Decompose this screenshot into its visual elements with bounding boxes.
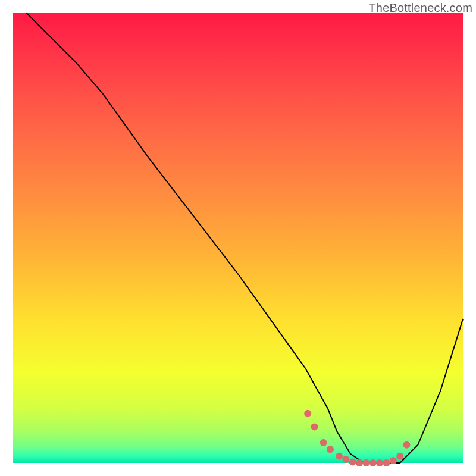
gradient-background <box>13 13 463 463</box>
highlight-dot <box>376 459 383 466</box>
highlight-dot <box>349 459 356 466</box>
highlight-dot <box>403 441 411 449</box>
highlight-dot <box>336 453 343 460</box>
highlight-dot <box>369 459 377 466</box>
highlight-dot <box>320 439 327 446</box>
highlight-dot <box>390 457 397 464</box>
highlight-dot <box>311 424 318 431</box>
highlight-dot <box>383 459 390 466</box>
highlight-dot <box>356 459 363 466</box>
highlight-dot <box>327 446 334 453</box>
watermark-label: TheBottleneck.com <box>368 1 472 15</box>
plot-area <box>13 13 463 466</box>
highlight-dot <box>342 456 349 463</box>
highlight-dot <box>304 410 311 417</box>
highlight-dot <box>363 459 370 466</box>
chart-svg <box>0 0 476 476</box>
highlight-dot <box>396 453 403 460</box>
chart-frame: TheBottleneck.com <box>0 0 476 476</box>
